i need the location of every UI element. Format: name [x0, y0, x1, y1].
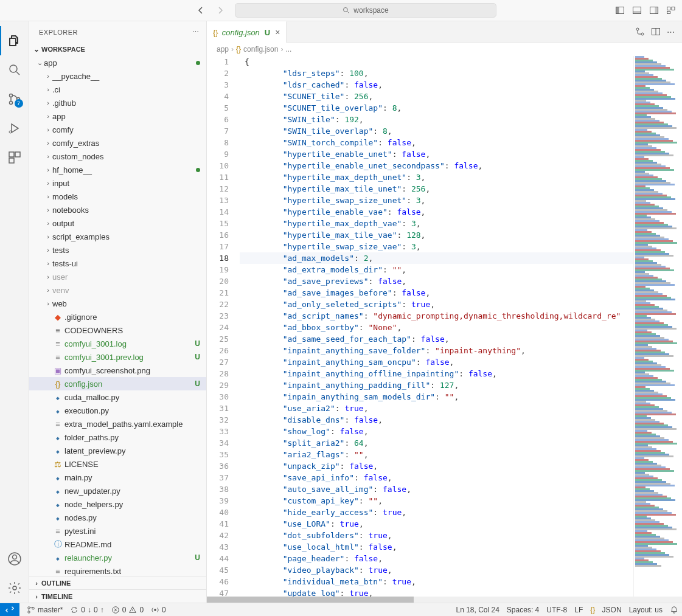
code-line[interactable]: "inpaint_anything_offline_inpainting": f… — [240, 368, 633, 379]
file-item[interactable]: ≡CODEOWNERS — [29, 324, 206, 337]
code-line[interactable]: "ad_script_names": "dynamic_prompting,dy… — [240, 310, 633, 322]
line-number[interactable]: 4 — [207, 91, 229, 102]
line-number[interactable]: 43 — [207, 541, 229, 553]
code-content[interactable]: { "ldsr_steps": 100, "ldsr_cached": fals… — [240, 56, 633, 597]
line-number[interactable]: 24 — [207, 322, 229, 333]
code-line[interactable]: "video_playback": true, — [240, 564, 633, 576]
code-line[interactable]: "disable_dns": false, — [240, 414, 633, 426]
line-gutter[interactable]: 1234567891011121314151617181920212223242… — [207, 56, 240, 597]
file-item[interactable]: ⚖LICENSE — [29, 457, 206, 471]
breadcrumb-item[interactable]: config.json — [243, 45, 278, 54]
line-number[interactable]: 12 — [207, 183, 229, 195]
line-number[interactable]: 20 — [207, 275, 229, 287]
command-center-search[interactable]: workspace — [235, 3, 496, 18]
code-line[interactable]: "use_LORA": true, — [240, 518, 633, 530]
file-item[interactable]: ⬥cuda_malloc.py — [29, 390, 206, 404]
file-item[interactable]: ⓘREADME.md — [29, 538, 206, 551]
folder-item[interactable]: ›tests-ui — [29, 257, 206, 270]
code-line[interactable]: "use_local_html": false, — [240, 541, 633, 553]
file-item[interactable]: {}config.jsonU — [29, 377, 206, 390]
line-number[interactable]: 47 — [207, 587, 229, 597]
line-number[interactable]: 22 — [207, 299, 229, 310]
folder-item[interactable]: ›comfy_extras — [29, 136, 206, 150]
folder-item[interactable]: ›output — [29, 216, 206, 230]
code-line[interactable]: "hypertile_enable_vae": false, — [240, 206, 633, 218]
line-number[interactable]: 5 — [207, 102, 229, 114]
code-line[interactable]: "individual_meta_btn": true, — [240, 576, 633, 587]
breadcrumb[interactable]: app › {} config.json › ... — [207, 43, 682, 56]
line-number[interactable]: 46 — [207, 576, 229, 587]
line-number[interactable]: 32 — [207, 414, 229, 426]
line-number[interactable]: 7 — [207, 125, 229, 137]
line-number[interactable]: 30 — [207, 391, 229, 403]
status-ports[interactable]: 0 — [147, 603, 170, 617]
folder-item[interactable]: ›venv — [29, 283, 206, 297]
folder-item[interactable]: ›__pycache__ — [29, 69, 206, 83]
sidebar-more-icon[interactable]: ⋯ — [192, 28, 200, 36]
line-number[interactable]: 19 — [207, 264, 229, 275]
outline-section-header[interactable]: › OUTLINE — [29, 576, 206, 589]
toggle-secondary-sidebar-icon[interactable] — [648, 4, 660, 16]
editor-body[interactable]: 1234567891011121314151617181920212223242… — [207, 56, 682, 597]
nav-forward-button[interactable] — [213, 3, 228, 18]
code-line[interactable]: "ad_save_previews": false, — [240, 275, 633, 287]
line-number[interactable]: 34 — [207, 437, 229, 449]
line-number[interactable]: 36 — [207, 460, 229, 472]
file-tree[interactable]: ⌄app›__pycache__›.ci›.github›app›comfy›c… — [29, 56, 206, 576]
code-line[interactable]: "use_aria2": true, — [240, 403, 633, 414]
file-item[interactable]: ≡comfyui_3001.logU — [29, 337, 206, 350]
code-line[interactable]: "hypertile_max_depth_unet": 3, — [240, 171, 633, 183]
code-line[interactable]: "auto_save_all_img": false, — [240, 483, 633, 495]
file-item[interactable]: ⬥new_updater.py — [29, 484, 206, 497]
code-line[interactable]: "ad_only_seleted_scripts": true, — [240, 299, 633, 310]
line-number[interactable]: 23 — [207, 310, 229, 322]
code-line[interactable]: "custom_api_key": "", — [240, 495, 633, 507]
line-number[interactable]: 28 — [207, 368, 229, 379]
line-number[interactable]: 37 — [207, 472, 229, 483]
file-item[interactable]: ≡comfyui_3001.prev.logU — [29, 350, 206, 364]
status-branch[interactable]: master* — [23, 603, 66, 617]
toggle-primary-sidebar-icon[interactable] — [614, 4, 626, 16]
file-item[interactable]: ≡requirements.txt — [29, 564, 206, 576]
code-line[interactable]: "SWIN_tile": 192, — [240, 114, 633, 125]
line-number[interactable]: 45 — [207, 564, 229, 576]
status-language[interactable]: {} JSON — [586, 603, 625, 617]
line-number[interactable]: 10 — [207, 160, 229, 171]
compare-changes-icon[interactable] — [635, 27, 645, 36]
line-number[interactable]: 40 — [207, 507, 229, 518]
line-number[interactable]: 11 — [207, 171, 229, 183]
line-number[interactable]: 16 — [207, 229, 229, 241]
folder-item[interactable]: ›input — [29, 176, 206, 190]
folder-item[interactable]: ›.github — [29, 96, 206, 109]
status-problems[interactable]: 0 0 — [108, 603, 147, 617]
folder-item[interactable]: ›notebooks — [29, 203, 206, 216]
file-item[interactable]: ⬥folder_paths.py — [29, 431, 206, 444]
scrollbar-thumb[interactable] — [207, 597, 414, 603]
status-indentation[interactable]: Spaces: 4 — [503, 603, 543, 617]
activity-debug[interactable] — [0, 114, 29, 143]
line-number[interactable]: 2 — [207, 67, 229, 79]
folder-item[interactable]: ›tests — [29, 243, 206, 257]
code-line[interactable]: "ad_max_models": 2, — [240, 252, 633, 264]
line-number[interactable]: 27 — [207, 356, 229, 368]
file-item[interactable]: ⬥execution.py — [29, 404, 206, 417]
code-line[interactable]: "inpain_anything_sam_models_dir": "", — [240, 391, 633, 403]
toggle-panel-icon[interactable] — [631, 4, 643, 16]
line-number[interactable]: 18 — [207, 252, 229, 264]
code-line[interactable]: "SWIN_torch_compile": false, — [240, 137, 633, 148]
line-number[interactable]: 6 — [207, 114, 229, 125]
folder-item[interactable]: ›models — [29, 190, 206, 203]
activity-explorer[interactable] — [0, 26, 29, 55]
line-number[interactable]: 17 — [207, 241, 229, 252]
code-line[interactable]: "hypertile_enable_unet_secondpass": fals… — [240, 160, 633, 171]
status-cursor-position[interactable]: Ln 18, Col 24 — [452, 603, 503, 617]
line-number[interactable]: 14 — [207, 206, 229, 218]
remote-indicator[interactable] — [0, 603, 19, 617]
editor-more-icon[interactable]: ⋯ — [667, 27, 675, 36]
file-item[interactable]: ⬥node_helpers.py — [29, 497, 206, 511]
folder-item[interactable]: ›user — [29, 270, 206, 283]
activity-settings[interactable] — [0, 573, 29, 603]
code-line[interactable]: "aria2_flags": "", — [240, 449, 633, 460]
activity-extensions[interactable] — [0, 143, 29, 172]
line-number[interactable]: 39 — [207, 495, 229, 507]
